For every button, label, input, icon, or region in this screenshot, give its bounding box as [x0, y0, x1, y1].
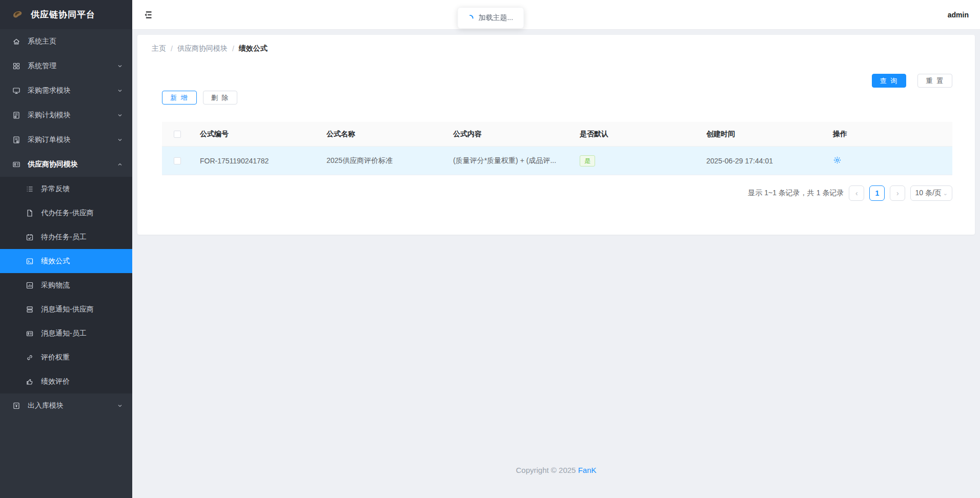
sidebar-item-label: 采购订单模块	[28, 135, 110, 144]
terminal-icon	[26, 257, 34, 265]
link-icon	[26, 354, 34, 362]
sidebar-item-label: 绩效评价	[41, 377, 123, 386]
sidebar-fold-button[interactable]	[140, 8, 155, 22]
breadcrumb-separator: /	[171, 45, 173, 53]
sidebar-item-todo-supplier[interactable]: 代办任务-供应商	[0, 201, 132, 225]
sidebar-item-warehouse[interactable]: 出入库模块	[0, 393, 132, 418]
table-header-row: 公式编号 公式名称 公式内容 是否默认 创建时间 操作	[162, 122, 952, 147]
sidebar-item-performance-eval[interactable]: 绩效评价	[0, 369, 132, 393]
home-icon	[12, 37, 21, 46]
sidebar-item-todo-employee[interactable]: 待办任务-员工	[0, 225, 132, 249]
loading-toast: 加载主题...	[457, 7, 524, 29]
sidebar-item-purchase-demand[interactable]: 采购需求模块	[0, 78, 132, 103]
sidebar-item-notify-supplier[interactable]: 消息通知-供应商	[0, 297, 132, 321]
logo-bar: 供应链协同平台	[0, 0, 132, 29]
sidebar-item-supplier-collab[interactable]: 供应商协同模块	[0, 152, 132, 177]
document-info-icon	[12, 111, 21, 119]
row-checkbox[interactable]	[174, 157, 181, 164]
sidebar-item-notify-employee[interactable]: 消息通知-员工	[0, 321, 132, 345]
toolbar-row: 新 增 删 除	[162, 91, 952, 105]
next-page-button[interactable]: ›	[890, 185, 905, 201]
sidebar-nav: 系统主页 系统管理 采购需求模块 采购计划模块 采购订单模块	[0, 29, 132, 498]
column-header-default: 是否默认	[573, 130, 699, 139]
cell-formula-content: (质量评分*质量权重) + (成品评...	[446, 156, 573, 165]
breadcrumb-home[interactable]: 主页	[152, 44, 166, 53]
prev-page-button[interactable]: ‹	[849, 185, 864, 201]
breadcrumb-separator: /	[232, 45, 234, 53]
sidebar-item-label: 待办任务-员工	[41, 233, 123, 242]
sidebar-submenu: 异常反馈 代办任务-供应商 待办任务-员工 绩效公式 采购物流	[0, 177, 132, 393]
bar-chart-icon	[26, 281, 34, 289]
thumbs-up-icon	[26, 378, 34, 386]
server-icon	[26, 305, 34, 314]
gear-icon	[833, 156, 842, 164]
sidebar-item-label: 异常反馈	[41, 184, 123, 194]
id-card-icon	[12, 160, 21, 169]
sidebar-item-exception-feedback[interactable]: 异常反馈	[0, 177, 132, 201]
id-badge-icon	[26, 329, 34, 338]
vault-icon	[12, 402, 21, 410]
formula-table: 公式编号 公式名称 公式内容 是否默认 创建时间 操作 FOR-17511902…	[162, 122, 952, 175]
sidebar-item-purchase-logistics[interactable]: 采购物流	[0, 273, 132, 297]
cell-formula-name: 2025供应商评价标准	[319, 156, 446, 165]
sidebar-item-label: 采购需求模块	[28, 86, 110, 95]
sidebar-item-label: 绩效公式	[41, 257, 123, 266]
cell-formula-code: FOR-1751190241782	[193, 157, 319, 165]
sidebar-item-label: 消息通知-供应商	[41, 305, 123, 314]
user-name[interactable]: admin	[948, 11, 969, 19]
list-icon	[26, 185, 34, 193]
sidebar-item-label: 系统主页	[28, 37, 123, 46]
sidebar-item-performance-formula[interactable]: 绩效公式	[0, 249, 132, 273]
column-header-content: 公式内容	[446, 130, 573, 139]
document-user-icon	[12, 136, 21, 144]
column-header-created: 创建时间	[699, 130, 826, 139]
spinner-icon	[466, 14, 474, 22]
brand-link[interactable]: FanK	[578, 466, 597, 474]
breadcrumb-module[interactable]: 供应商协同模块	[177, 44, 228, 53]
cell-created-at: 2025-06-29 17:44:01	[699, 157, 826, 165]
default-tag: 是	[580, 155, 595, 167]
chevron-down-icon: ⌄	[943, 190, 948, 197]
app-root: 供应链协同平台 系统主页 系统管理 采购需求模块 采购计划模块	[0, 0, 980, 498]
pagination-summary: 显示 1~1 条记录，共 1 条记录	[748, 189, 844, 198]
toast-text: 加载主题...	[478, 13, 513, 23]
main-area: admin 主页 / 供应商协同模块 / 绩效公式 查 询 重 置 新 增 删 …	[132, 0, 980, 498]
select-all-checkbox[interactable]	[174, 131, 181, 138]
page-size-select[interactable]: 10 条/页 ⌄	[910, 185, 952, 201]
table-row[interactable]: FOR-1751190241782 2025供应商评价标准 (质量评分*质量权重…	[162, 147, 952, 175]
sidebar-item-label: 代办任务-供应商	[41, 209, 123, 218]
sidebar-item-label: 供应商协同模块	[28, 160, 110, 169]
sidebar-item-label: 采购计划模块	[28, 111, 110, 120]
calendar-check-icon	[26, 233, 34, 241]
reset-button[interactable]: 重 置	[917, 74, 952, 88]
sidebar-item-label: 消息通知-员工	[41, 329, 123, 338]
content-card: 主页 / 供应商协同模块 / 绩效公式 查 询 重 置 新 增 删 除	[137, 35, 975, 235]
chevron-down-icon	[117, 63, 123, 69]
sidebar-item-label: 系统管理	[28, 61, 110, 71]
chevron-down-icon	[117, 112, 123, 118]
sidebar-item-purchase-plan[interactable]: 采购计划模块	[0, 103, 132, 128]
column-header-name: 公式名称	[319, 130, 446, 139]
chevron-up-icon	[117, 161, 123, 168]
page-size-value: 10 条/页	[915, 189, 941, 198]
add-button[interactable]: 新 增	[162, 91, 197, 105]
fold-icon	[142, 10, 153, 20]
sidebar-item-system-admin[interactable]: 系统管理	[0, 54, 132, 78]
sidebar-item-purchase-order[interactable]: 采购订单模块	[0, 128, 132, 152]
query-button[interactable]: 查 询	[872, 74, 907, 88]
sidebar-item-home[interactable]: 系统主页	[0, 29, 132, 54]
delete-button[interactable]: 删 除	[203, 91, 238, 105]
column-header-actions: 操作	[826, 130, 952, 139]
row-settings-button[interactable]	[833, 156, 842, 164]
sidebar-item-label: 出入库模块	[28, 401, 110, 410]
page-number-button[interactable]: 1	[869, 185, 885, 201]
sidebar-item-eval-weight[interactable]: 评价权重	[0, 345, 132, 369]
sidebar: 供应链协同平台 系统主页 系统管理 采购需求模块 采购计划模块	[0, 0, 132, 498]
sidebar-item-label: 采购物流	[41, 281, 123, 290]
query-row: 查 询 重 置	[162, 74, 952, 88]
chevron-down-icon	[117, 88, 123, 94]
pagination: 显示 1~1 条记录，共 1 条记录 ‹ 1 › 10 条/页 ⌄	[162, 185, 952, 201]
page-footer: Copyright © 2025 FanK	[132, 466, 980, 498]
top-header: admin	[132, 0, 980, 30]
sidebar-item-label: 评价权重	[41, 353, 123, 362]
